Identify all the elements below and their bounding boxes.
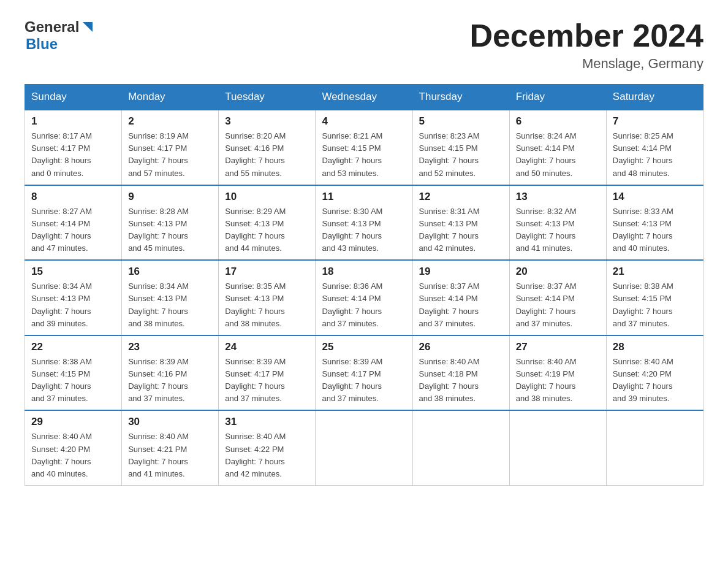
calendar-day-cell: 22 Sunrise: 8:38 AMSunset: 4:15 PMDaylig… (25, 335, 122, 411)
day-info: Sunrise: 8:40 AMSunset: 4:20 PMDaylight:… (613, 357, 673, 403)
day-number: 11 (322, 191, 406, 203)
svg-marker-0 (83, 22, 93, 32)
calendar-day-cell: 11 Sunrise: 8:30 AMSunset: 4:13 PMDaylig… (316, 185, 412, 261)
calendar-day-cell: 2 Sunrise: 8:19 AMSunset: 4:17 PMDayligh… (122, 110, 219, 185)
location-subtitle: Menslage, Germany (469, 56, 703, 72)
day-number: 10 (225, 191, 309, 203)
day-info: Sunrise: 8:39 AMSunset: 4:17 PMDaylight:… (225, 357, 286, 403)
day-info: Sunrise: 8:38 AMSunset: 4:15 PMDaylight:… (613, 282, 673, 327)
day-info: Sunrise: 8:24 AMSunset: 4:14 PMDaylight:… (516, 131, 577, 177)
day-number: 24 (225, 341, 309, 353)
calendar-day-cell: 4 Sunrise: 8:21 AMSunset: 4:15 PMDayligh… (316, 110, 412, 185)
calendar-day-cell: 30 Sunrise: 8:40 AMSunset: 4:21 PMDaylig… (122, 410, 219, 485)
calendar-day-cell: 14 Sunrise: 8:33 AMSunset: 4:13 PMDaylig… (606, 185, 703, 261)
month-title: December 2024 (469, 18, 703, 53)
logo-blue-text: Blue (26, 36, 58, 52)
day-info: Sunrise: 8:39 AMSunset: 4:16 PMDaylight:… (128, 357, 189, 403)
day-info: Sunrise: 8:33 AMSunset: 4:13 PMDaylight:… (613, 207, 673, 253)
calendar-day-cell (412, 410, 509, 485)
col-monday: Monday (122, 85, 219, 110)
col-wednesday: Wednesday (316, 85, 412, 110)
day-info: Sunrise: 8:20 AMSunset: 4:16 PMDaylight:… (225, 131, 286, 177)
calendar-day-cell (316, 410, 412, 485)
col-tuesday: Tuesday (219, 85, 316, 110)
day-number: 1 (31, 115, 115, 128)
day-info: Sunrise: 8:28 AMSunset: 4:13 PMDaylight:… (128, 207, 189, 253)
day-info: Sunrise: 8:32 AMSunset: 4:13 PMDaylight:… (516, 207, 577, 253)
calendar-day-cell: 1 Sunrise: 8:17 AMSunset: 4:17 PMDayligh… (25, 110, 122, 185)
day-number: 26 (419, 341, 503, 353)
day-number: 5 (419, 115, 503, 128)
day-info: Sunrise: 8:40 AMSunset: 4:22 PMDaylight:… (225, 432, 286, 478)
day-info: Sunrise: 8:40 AMSunset: 4:20 PMDaylight:… (31, 432, 92, 478)
calendar-week-row: 22 Sunrise: 8:38 AMSunset: 4:15 PMDaylig… (25, 335, 703, 411)
calendar-day-cell: 25 Sunrise: 8:39 AMSunset: 4:17 PMDaylig… (316, 335, 412, 411)
day-number: 14 (613, 191, 697, 203)
calendar-day-cell: 19 Sunrise: 8:37 AMSunset: 4:14 PMDaylig… (412, 260, 509, 335)
day-info: Sunrise: 8:34 AMSunset: 4:13 PMDaylight:… (31, 282, 92, 327)
day-number: 31 (225, 416, 309, 428)
calendar-week-row: 29 Sunrise: 8:40 AMSunset: 4:20 PMDaylig… (25, 410, 703, 485)
day-number: 23 (128, 341, 212, 353)
day-info: Sunrise: 8:40 AMSunset: 4:19 PMDaylight:… (516, 357, 577, 403)
calendar-day-cell: 21 Sunrise: 8:38 AMSunset: 4:15 PMDaylig… (606, 260, 703, 335)
calendar-week-row: 1 Sunrise: 8:17 AMSunset: 4:17 PMDayligh… (25, 110, 703, 185)
day-number: 22 (31, 341, 115, 353)
day-info: Sunrise: 8:37 AMSunset: 4:14 PMDaylight:… (516, 282, 577, 327)
logo: General Blue (25, 18, 94, 53)
day-number: 6 (516, 115, 600, 128)
day-info: Sunrise: 8:39 AMSunset: 4:17 PMDaylight:… (322, 357, 382, 403)
day-number: 16 (128, 266, 212, 278)
calendar-header-row: Sunday Monday Tuesday Wednesday Thursday… (25, 85, 703, 110)
day-number: 15 (31, 266, 115, 278)
calendar-day-cell: 31 Sunrise: 8:40 AMSunset: 4:22 PMDaylig… (219, 410, 316, 485)
day-number: 2 (128, 115, 212, 128)
day-info: Sunrise: 8:25 AMSunset: 4:14 PMDaylight:… (613, 131, 673, 177)
calendar-day-cell: 10 Sunrise: 8:29 AMSunset: 4:13 PMDaylig… (219, 185, 316, 261)
day-info: Sunrise: 8:23 AMSunset: 4:15 PMDaylight:… (419, 131, 480, 177)
day-info: Sunrise: 8:35 AMSunset: 4:13 PMDaylight:… (225, 282, 286, 327)
col-saturday: Saturday (606, 85, 703, 110)
day-number: 13 (516, 191, 600, 203)
calendar-day-cell: 8 Sunrise: 8:27 AMSunset: 4:14 PMDayligh… (25, 185, 122, 261)
calendar-day-cell: 3 Sunrise: 8:20 AMSunset: 4:16 PMDayligh… (219, 110, 316, 185)
day-number: 9 (128, 191, 212, 203)
calendar-day-cell: 29 Sunrise: 8:40 AMSunset: 4:20 PMDaylig… (25, 410, 122, 485)
day-number: 25 (322, 341, 406, 353)
calendar-day-cell: 16 Sunrise: 8:34 AMSunset: 4:13 PMDaylig… (122, 260, 219, 335)
day-info: Sunrise: 8:27 AMSunset: 4:14 PMDaylight:… (31, 207, 92, 253)
calendar-day-cell: 18 Sunrise: 8:36 AMSunset: 4:14 PMDaylig… (316, 260, 412, 335)
calendar-week-row: 15 Sunrise: 8:34 AMSunset: 4:13 PMDaylig… (25, 260, 703, 335)
title-section: December 2024 Menslage, Germany (469, 18, 703, 72)
day-number: 3 (225, 115, 309, 128)
day-number: 20 (516, 266, 600, 278)
day-number: 19 (419, 266, 503, 278)
calendar-day-cell: 9 Sunrise: 8:28 AMSunset: 4:13 PMDayligh… (122, 185, 219, 261)
calendar-day-cell: 17 Sunrise: 8:35 AMSunset: 4:13 PMDaylig… (219, 260, 316, 335)
day-info: Sunrise: 8:31 AMSunset: 4:13 PMDaylight:… (419, 207, 480, 253)
calendar-table: Sunday Monday Tuesday Wednesday Thursday… (25, 84, 703, 486)
day-number: 4 (322, 115, 406, 128)
day-number: 7 (613, 115, 697, 128)
day-number: 17 (225, 266, 309, 278)
logo-triangle-icon (80, 21, 94, 34)
calendar-day-cell (606, 410, 703, 485)
day-info: Sunrise: 8:36 AMSunset: 4:14 PMDaylight:… (322, 282, 382, 327)
day-info: Sunrise: 8:40 AMSunset: 4:18 PMDaylight:… (419, 357, 480, 403)
day-info: Sunrise: 8:19 AMSunset: 4:17 PMDaylight:… (128, 131, 189, 177)
calendar-day-cell: 20 Sunrise: 8:37 AMSunset: 4:14 PMDaylig… (509, 260, 606, 335)
calendar-day-cell: 24 Sunrise: 8:39 AMSunset: 4:17 PMDaylig… (219, 335, 316, 411)
calendar-day-cell: 26 Sunrise: 8:40 AMSunset: 4:18 PMDaylig… (412, 335, 509, 411)
page-header: General Blue December 2024 Menslage, Ger… (25, 18, 703, 72)
day-number: 12 (419, 191, 503, 203)
day-number: 18 (322, 266, 406, 278)
day-number: 8 (31, 191, 115, 203)
calendar-day-cell (509, 410, 606, 485)
calendar-week-row: 8 Sunrise: 8:27 AMSunset: 4:14 PMDayligh… (25, 185, 703, 261)
day-info: Sunrise: 8:34 AMSunset: 4:13 PMDaylight:… (128, 282, 189, 327)
day-info: Sunrise: 8:29 AMSunset: 4:13 PMDaylight:… (225, 207, 286, 253)
day-info: Sunrise: 8:40 AMSunset: 4:21 PMDaylight:… (128, 432, 189, 478)
day-number: 30 (128, 416, 212, 428)
col-friday: Friday (509, 85, 606, 110)
calendar-day-cell: 27 Sunrise: 8:40 AMSunset: 4:19 PMDaylig… (509, 335, 606, 411)
